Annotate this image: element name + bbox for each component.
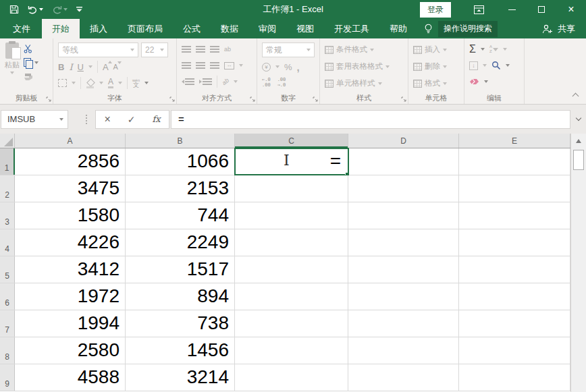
cell-a8[interactable]: 2580: [15, 337, 126, 364]
row-header-4[interactable]: 4: [0, 229, 15, 256]
name-box[interactable]: IMSUB: [1, 110, 68, 129]
cell-a4[interactable]: 4226: [15, 229, 126, 256]
cell-a6[interactable]: 1972: [15, 283, 126, 310]
cell-e8[interactable]: [459, 337, 570, 364]
cell-b1[interactable]: 1066: [126, 148, 235, 175]
ribbon-display-options-icon[interactable]: [467, 1, 490, 18]
cell-a3[interactable]: 1580: [15, 202, 126, 229]
tab-file[interactable]: 文件: [1, 19, 42, 38]
cell-c5[interactable]: [235, 256, 348, 283]
cell-a9[interactable]: 4588: [15, 364, 126, 391]
cell-c8[interactable]: [235, 337, 348, 364]
cell-d3[interactable]: [348, 202, 459, 229]
tab-insert[interactable]: 插入: [80, 19, 117, 38]
cell-e9[interactable]: [459, 364, 570, 391]
tab-view[interactable]: 视图: [286, 19, 324, 38]
cell-d9[interactable]: [348, 364, 459, 391]
sign-in-button[interactable]: 登录: [420, 2, 451, 18]
cell-e6[interactable]: [459, 283, 570, 310]
undo-dropdown-icon[interactable]: [39, 8, 43, 11]
tab-formulas[interactable]: 公式: [173, 19, 211, 38]
cell-e2[interactable]: [459, 175, 570, 202]
cell-d8[interactable]: [348, 337, 459, 364]
undo-button[interactable]: [28, 5, 43, 14]
font-name-combobox[interactable]: 等线: [58, 43, 138, 57]
row-header-7[interactable]: 7: [0, 310, 15, 337]
tell-me-label[interactable]: 操作说明搜索: [438, 21, 498, 37]
maximize-button[interactable]: [527, 0, 556, 19]
alignment-dialog-launcher-icon[interactable]: [250, 96, 255, 102]
row-header-9[interactable]: 9: [0, 364, 15, 391]
styles-dialog-launcher-icon[interactable]: [401, 96, 406, 102]
minimize-button[interactable]: [497, 0, 527, 19]
copy-dropdown-icon[interactable]: [34, 61, 38, 64]
clipboard-dialog-launcher-icon[interactable]: [46, 96, 51, 102]
cell-c6[interactable]: [235, 283, 348, 310]
cell-e1[interactable]: [459, 148, 570, 175]
column-header-d[interactable]: D: [348, 134, 459, 148]
row-header-6[interactable]: 6: [0, 283, 15, 310]
vertical-scrollbar[interactable]: [570, 134, 586, 392]
save-icon[interactable]: [9, 5, 19, 14]
font-dialog-launcher-icon[interactable]: [169, 96, 175, 102]
cell-b8[interactable]: 1456: [126, 337, 235, 364]
clear-eraser-icon[interactable]: [469, 78, 479, 85]
cell-a7[interactable]: 1994: [15, 310, 126, 337]
cell-d2[interactable]: [348, 175, 459, 202]
scrollbar-thumb[interactable]: [573, 150, 584, 170]
cell-c3[interactable]: [235, 202, 348, 229]
cell-c9[interactable]: [235, 364, 348, 391]
cell-b2[interactable]: 2153: [126, 175, 235, 202]
tab-page-layout[interactable]: 页面布局: [117, 19, 173, 38]
column-header-c[interactable]: C: [235, 134, 348, 148]
tell-me-search[interactable]: 操作说明搜索: [424, 19, 498, 38]
column-header-a[interactable]: A: [15, 134, 126, 148]
autosum-dropdown-icon[interactable]: [481, 48, 485, 51]
cell-b9[interactable]: 3214: [126, 364, 235, 391]
autosum-icon[interactable]: Σ: [469, 44, 476, 55]
cell-d1[interactable]: [348, 148, 459, 175]
cell-d4[interactable]: [348, 229, 459, 256]
formula-input[interactable]: =: [171, 110, 570, 129]
column-header-b[interactable]: B: [126, 134, 235, 148]
cell-b4[interactable]: 2249: [126, 229, 235, 256]
cell-b3[interactable]: 744: [126, 202, 235, 229]
cell-a1[interactable]: 2856: [15, 148, 126, 175]
cancel-formula-icon[interactable]: ×: [104, 114, 110, 125]
cell-a5[interactable]: 3412: [15, 256, 126, 283]
column-header-e[interactable]: E: [459, 134, 570, 148]
tab-help[interactable]: 帮助: [379, 19, 417, 38]
cell-b7[interactable]: 738: [126, 310, 235, 337]
clear-dropdown-icon[interactable]: [484, 80, 488, 83]
number-dialog-launcher-icon[interactable]: [313, 96, 318, 102]
fill-handle[interactable]: [345, 172, 348, 175]
row-header-2[interactable]: 2: [0, 175, 15, 202]
tab-review[interactable]: 审阅: [248, 19, 286, 38]
active-cell-c1[interactable]: = I: [235, 148, 348, 175]
enter-formula-icon[interactable]: ✓: [128, 115, 136, 124]
cell-c7[interactable]: [235, 310, 348, 337]
find-select-icon[interactable]: [491, 61, 501, 70]
insert-function-icon[interactable]: fx: [152, 114, 160, 124]
font-size-combobox[interactable]: 22: [141, 43, 168, 57]
row-header-3[interactable]: 3: [0, 202, 15, 229]
cut-button[interactable]: [24, 44, 38, 53]
row-header-5[interactable]: 5: [0, 256, 15, 283]
scroll-up-button[interactable]: [571, 134, 586, 148]
select-all-button[interactable]: [0, 134, 15, 148]
cell-c4[interactable]: [235, 229, 348, 256]
cell-a2[interactable]: 3475: [15, 175, 126, 202]
cell-d5[interactable]: [348, 256, 459, 283]
name-box-dropdown-icon[interactable]: [59, 118, 63, 121]
tab-data[interactable]: 数据: [211, 19, 248, 38]
copy-button[interactable]: [24, 58, 38, 67]
close-button[interactable]: ×: [556, 0, 586, 19]
share-button[interactable]: 共享: [542, 19, 586, 38]
cell-d6[interactable]: [348, 283, 459, 310]
customize-quick-access-icon[interactable]: [76, 7, 82, 12]
tab-home[interactable]: 开始: [42, 19, 80, 38]
row-header-8[interactable]: 8: [0, 337, 15, 364]
cell-e4[interactable]: [459, 229, 570, 256]
tab-developer[interactable]: 开发工具: [324, 19, 379, 38]
find-select-dropdown-icon[interactable]: [506, 64, 510, 67]
